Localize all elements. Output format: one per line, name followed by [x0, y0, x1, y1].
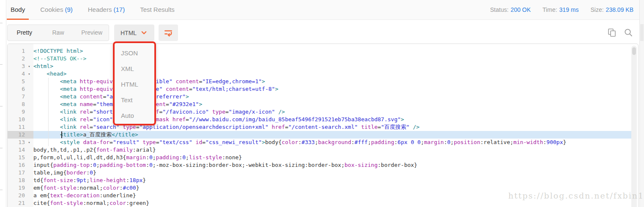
rail-tick — [0, 106, 3, 106]
dropdown-item-json[interactable]: JSON — [115, 45, 154, 61]
code-text: <link rel="shortcut icon" href="/favicon… — [33, 108, 285, 116]
line-number: 6 — [8, 85, 25, 93]
fold-spacer — [25, 78, 33, 85]
code-line[interactable]: 17table,img{border:0} — [8, 169, 631, 177]
editor-scrollbar-thumb[interactable] — [632, 47, 636, 55]
line-number: 10 — [8, 116, 25, 123]
rail-tick — [0, 148, 3, 148]
view-raw-button[interactable]: Raw — [41, 25, 75, 41]
code-text: <!DOCTYPE html> — [33, 47, 83, 55]
code-line[interactable]: 4▾ <head> — [8, 70, 631, 78]
code-text: em{font-style:normal;color:#c00} — [33, 184, 140, 192]
fold-toggle[interactable]: ▾ — [25, 63, 33, 70]
size-value: 238.09 KB — [606, 6, 633, 13]
code-text: <meta content="always" name="referrer"> — [33, 93, 189, 101]
line-number: 8 — [8, 101, 25, 108]
editor-lines: 1<!DOCTYPE html>2<!--STATUS OK-->3▾<html… — [8, 47, 631, 207]
right-panel-chunk — [640, 24, 644, 41]
tab-test-results[interactable]: Test Results — [136, 0, 178, 19]
fold-toggle[interactable]: ▾ — [25, 70, 33, 78]
indent-guide — [48, 78, 49, 146]
code-line[interactable]: 13▾ <style data-for="result" type="text/… — [8, 139, 631, 146]
code-text: input{padding-top:0;padding-bottom:0;-mo… — [33, 161, 417, 169]
code-text: a em{text-decoration:underline} — [33, 192, 136, 199]
line-number: 19 — [8, 184, 25, 192]
code-line[interactable]: 3▾<html> — [8, 63, 631, 70]
fold-spacer — [25, 108, 33, 116]
dropdown-item-xml[interactable]: XML — [115, 61, 154, 76]
fold-spacer — [25, 55, 33, 63]
dropdown-item-html[interactable]: HTML — [115, 76, 154, 92]
time-value: 319 ms — [559, 6, 579, 13]
line-number: 15 — [8, 154, 25, 161]
line-number: 1 — [8, 47, 25, 55]
line-number: 2 — [8, 55, 25, 63]
wrap-text-button[interactable] — [159, 25, 178, 41]
response-tabbar: BodyCookies(9)Headers(17)Test Results St… — [7, 0, 639, 20]
code-text: <title>a_百度搜索</title> — [33, 131, 138, 139]
code-line[interactable]: 7 <meta content="always" name="referrer"… — [8, 93, 631, 101]
fold-spacer — [25, 184, 33, 192]
fold-spacer — [25, 161, 33, 169]
code-line[interactable]: 16input{padding-top:0;padding-bottom:0;-… — [8, 161, 631, 169]
copy-icon[interactable] — [607, 27, 617, 38]
view-preview-button[interactable]: Preview — [75, 25, 109, 41]
fold-spacer — [25, 131, 33, 139]
response-toolbar: PrettyRawPreview HTML — [7, 25, 633, 41]
code-text: table,img{border:0} — [33, 169, 96, 177]
code-line[interactable]: 2<!--STATUS OK--> — [8, 55, 631, 63]
language-select-button[interactable]: HTML — [114, 25, 154, 41]
tab-body[interactable]: Body — [7, 0, 29, 19]
dropdown-item-auto[interactable]: Auto — [115, 108, 154, 123]
dropdown-item-text[interactable]: Text — [115, 92, 154, 108]
line-number: 5 — [8, 78, 25, 85]
code-line[interactable]: 15p,form,ol,ul,li,dl,dt,dd,h3{margin:0;p… — [8, 154, 631, 161]
tab-cookies[interactable]: Cookies(9) — [36, 0, 77, 19]
response-body-editor[interactable]: 1<!DOCTYPE html>2<!--STATUS OK-->3▾<html… — [7, 44, 639, 207]
editor-scrollbar-track[interactable] — [631, 46, 637, 207]
fold-toggle[interactable]: ▾ — [25, 139, 33, 146]
wrap-text-icon — [164, 28, 173, 38]
line-number: 20 — [8, 192, 25, 199]
rail-tick — [0, 23, 3, 23]
code-line[interactable]: 9 <link rel="shortcut icon" href="/favic… — [8, 108, 631, 116]
code-line[interactable]: 14body,th,td,.p1,.p2{font-family:arial} — [8, 146, 631, 154]
line-number: 9 — [8, 108, 25, 116]
tab-headers[interactable]: Headers(17) — [84, 0, 129, 19]
code-line[interactable]: 5 <meta http-equiv="X-UA-Compatible" con… — [8, 78, 631, 85]
code-line[interactable]: 8 <meta name="theme-color" content="#293… — [8, 101, 631, 108]
line-number: 21 — [8, 199, 25, 207]
code-line[interactable]: 18td{font-size:9pt;line-height:18px} — [8, 177, 631, 184]
line-number: 3 — [8, 63, 25, 70]
code-line[interactable]: 10 <link rel="icon" sizes="any" mask hre… — [8, 116, 631, 123]
code-line[interactable]: 6 <meta http-equiv="content-type" conten… — [8, 85, 631, 93]
tab-count-badge: (9) — [65, 6, 72, 13]
fold-spacer — [25, 177, 33, 184]
code-line[interactable]: 21cite{font-style:normal;color:green} — [8, 199, 631, 207]
tab-label: Body — [11, 6, 25, 13]
code-line[interactable]: 11 <link rel="search" type="application/… — [8, 123, 631, 131]
view-pretty-button[interactable]: Pretty — [8, 25, 41, 41]
rail-tick — [0, 190, 3, 190]
fold-spacer — [25, 199, 33, 207]
code-line[interactable]: 1<!DOCTYPE html> — [8, 47, 631, 55]
code-line[interactable]: 12 <title>a_百度搜索</title> — [8, 131, 631, 139]
fold-spacer — [25, 93, 33, 101]
fold-spacer — [25, 146, 33, 154]
code-text: p,form,ol,ul,li,dl,dt,dd,h3{margin:0;pad… — [33, 154, 242, 161]
language-select-value: HTML — [121, 30, 137, 36]
code-text: <html> — [33, 63, 53, 70]
code-text: <link rel="icon" sizes="any" mask href="… — [33, 116, 404, 123]
tab-label: Cookies — [40, 6, 63, 13]
fold-spacer — [25, 192, 33, 199]
line-number: 14 — [8, 146, 25, 154]
fold-spacer — [25, 169, 33, 177]
line-number: 7 — [8, 93, 25, 101]
code-text: cite{font-style:normal;color:green} — [33, 199, 149, 207]
response-size: Size:238.09 KB — [590, 6, 633, 13]
fold-spacer — [25, 123, 33, 131]
line-number: 12 — [8, 131, 25, 139]
status-value: 200 OK — [511, 6, 531, 13]
search-icon[interactable] — [623, 27, 633, 38]
code-text: td{font-size:9pt;line-height:18px} — [33, 177, 146, 184]
